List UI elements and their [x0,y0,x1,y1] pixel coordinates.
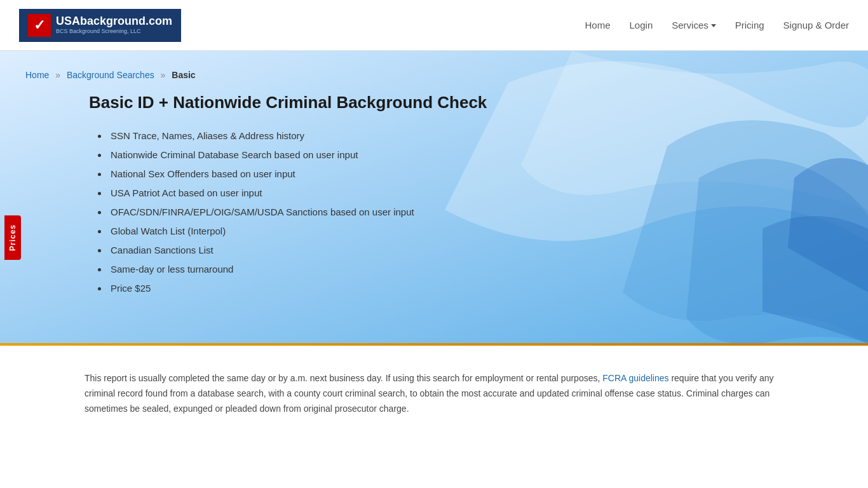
fcra-link[interactable]: FCRA guidelines [602,373,668,383]
breadcrumb-separator-1: » [55,70,60,80]
list-item: Canadian Sanctions List [108,241,843,260]
logo[interactable]: ✓ USAbackground.com BCS Background Scree… [19,9,181,42]
list-item: Same-day or less turnaround [108,260,843,279]
list-item: National Sex Offenders based on user inp… [108,165,843,184]
nav-pricing[interactable]: Pricing [735,20,764,30]
list-item: Price $25 [108,279,843,298]
list-item: USA Patriot Act based on user input [108,184,843,203]
breadcrumb-home[interactable]: Home [25,70,49,80]
prices-tab-wrapper: Prices [0,220,57,268]
chevron-down-icon [711,24,716,27]
bottom-text-part1: This report is usually completed the sam… [85,373,602,383]
main-nav: Home Login Services Pricing Signup & Ord… [585,20,850,30]
nav-services[interactable]: Services [672,20,716,30]
bottom-section: This report is usually completed the sam… [0,346,868,447]
nav-services-link[interactable]: Services [672,20,709,30]
nav-signup[interactable]: Signup & Order [783,20,849,30]
logo-sub-text: BCS Background Screening, LLC [56,28,172,35]
breadcrumb-separator-2: » [161,70,166,80]
nav-login[interactable]: Login [630,20,653,30]
nav-home[interactable]: Home [585,20,611,30]
page-title: Basic ID + Nationwide Criminal Backgroun… [89,93,843,112]
breadcrumb-background-searches[interactable]: Background Searches [67,70,154,80]
bottom-description: This report is usually completed the sam… [85,365,783,423]
site-header: ✓ USAbackground.com BCS Background Scree… [0,0,868,51]
features-list: SSN Trace, Names, Aliases & Address hist… [108,126,843,298]
breadcrumb-current: Basic [172,70,195,80]
logo-checkmark-icon: ✓ [28,14,51,37]
breadcrumb: Home » Background Searches » Basic [25,64,843,93]
prices-tab[interactable]: Prices [4,215,21,260]
list-item: SSN Trace, Names, Aliases & Address hist… [108,126,843,146]
hero-content: Home » Background Searches » Basic Basic… [0,51,868,323]
list-item: Global Watch List (Interpol) [108,222,843,241]
hero-section: Home » Background Searches » Basic Basic… [0,51,868,343]
list-item: OFAC/SDN/FINRA/EPL/OIG/SAM/USDA Sanction… [108,203,843,222]
list-item: Nationwide Criminal Database Search base… [108,146,843,165]
logo-main-text: USAbackground.com [56,15,172,28]
